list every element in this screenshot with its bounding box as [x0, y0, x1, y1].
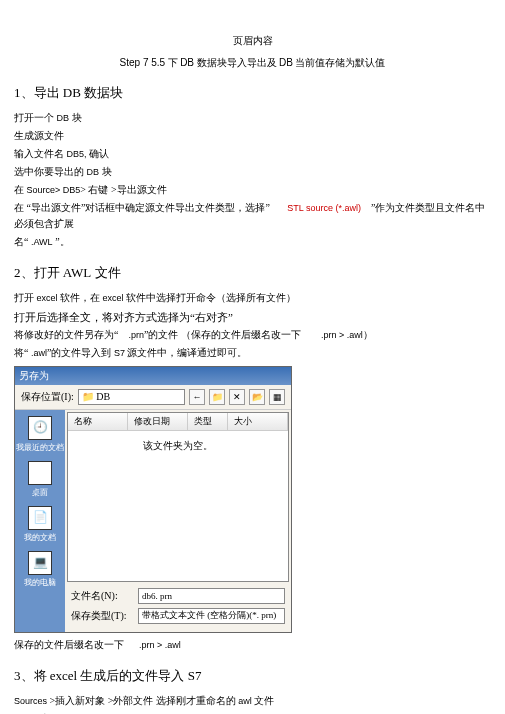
sec3-n: 3、将 [14, 668, 50, 683]
places-mydocs[interactable]: 📄我的文档 [24, 506, 56, 543]
t: excel [37, 293, 58, 303]
section2-header: 2、打开 AWL 文件 [14, 264, 491, 282]
step-db2: DB [279, 57, 293, 68]
page-header: 页眉内容 [14, 34, 491, 48]
sec3-s7: S7 [188, 668, 202, 683]
filename-input[interactable]: db6. prn [138, 588, 285, 604]
places-mydocs-label: 我的文档 [24, 532, 56, 543]
dialog-top-bar: 保存位置(I): 📁 DB ← 📁 ✕ 📂 ▦ [15, 385, 291, 410]
t: .AWL [31, 237, 53, 247]
section3-header: 3、将 excel 生成后的文件导入 S7 [14, 667, 491, 685]
savetype-label: 保存类型(T): [71, 609, 133, 623]
step-mid1: 下 [165, 57, 180, 68]
t: 打开 [14, 292, 37, 303]
t: ”。 [53, 236, 70, 247]
sec1-line4: 选中你要导出的 DB 块 [14, 164, 491, 180]
t: 将“ [14, 347, 31, 358]
t: S7 [114, 348, 125, 358]
file-list[interactable]: 名称 修改日期 类型 大小 该文件夹为空。 [67, 412, 289, 582]
t: DB [57, 113, 70, 123]
t: ） [363, 329, 373, 340]
sec1-db: DB [63, 85, 81, 100]
section1-header: 1、导出 DB 数据块 [14, 84, 491, 102]
sec1-line1: 打开一个 DB 块 [14, 110, 491, 126]
t: Sources [14, 696, 47, 706]
step-prefix: Step 7 5.5 [120, 57, 166, 68]
places-desktop[interactable]: 🖥桌面 [28, 461, 52, 498]
sec1-line7: 名“ .AWL ”。 [14, 234, 491, 250]
sec2-line3: 将修改好的文件另存为“ .prn”的文件 （保存的文件后缀名改一下 .prn >… [14, 327, 491, 343]
sec2-line1: 打开 excel 软件，在 excel 软件中选择打开命令（选择所有文件） [14, 290, 491, 306]
col-date[interactable]: 修改日期 [128, 413, 188, 430]
t: Source> DB5 [27, 185, 81, 195]
t: > 右键 >导出源文件 [80, 184, 166, 195]
t: 在 [14, 184, 27, 195]
step-db1: DB [180, 57, 194, 68]
t: .prn > .awl [139, 640, 181, 650]
sec2-line2: 打开后选择全文，将对齐方式选择为“右对齐” [14, 308, 491, 327]
step-mid2: 数据块导入导出及 [194, 57, 279, 68]
t: 文件 [252, 695, 275, 706]
t: .awl [31, 348, 47, 358]
t: ”的文件 （保存的文件后缀名改一下 [144, 329, 301, 340]
empty-folder-msg: 该文件夹为空。 [68, 431, 288, 461]
sec3-m: 生成后的文件导入 [77, 668, 188, 683]
sec1-suf: 数据块 [81, 85, 123, 100]
t: 软件，在 [58, 292, 103, 303]
sec1-n: 1、导出 [14, 85, 63, 100]
t: >插入新对象 >外部文件 选择刚才重命名的 [47, 695, 238, 706]
sec2-awl: AWL [63, 265, 92, 280]
sec2-suf: 文件 [91, 265, 120, 280]
sec1-line3: 输入文件名 DB5, 确认 [14, 146, 491, 162]
col-size[interactable]: 大小 [228, 413, 288, 430]
t: 在 “导出源文件”对话框中确定源文件导出文件类型，选择” [14, 202, 270, 213]
places-mypc-label: 我的电脑 [24, 577, 56, 588]
stl-source-text: STL source (*.awl) [287, 203, 361, 213]
after-ss-line: 保存的文件后缀名改一下 .prn > .awl [14, 637, 491, 653]
places-desktop-label: 桌面 [32, 487, 48, 498]
places-recent[interactable]: 🕘我最近的文档 [16, 416, 64, 453]
dialog-bottom: 文件名(N): db6. prn 保存类型(T): 带格式文本文件 (空格分隔)… [65, 584, 291, 632]
views-icon[interactable]: ▦ [269, 389, 285, 405]
t: ”的文件导入到 [47, 347, 114, 358]
filename-label: 文件名(N): [71, 589, 133, 603]
back-icon[interactable]: ← [189, 389, 205, 405]
places-bar: 🕘我最近的文档 🖥桌面 📄我的文档 💻我的电脑 [15, 410, 65, 632]
sec2-line4: 将“ .awl”的文件导入到 S7 源文件中，编译通过即可。 [14, 345, 491, 361]
t: 确认 [87, 148, 110, 159]
delete-icon[interactable]: ✕ [229, 389, 245, 405]
sec1-line6: 在 “导出源文件”对话框中确定源文件导出文件类型，选择” STL source … [14, 200, 491, 232]
t: 选中你要导出的 [14, 166, 87, 177]
save-location-dropdown[interactable]: 📁 DB [78, 389, 185, 405]
savetype-dropdown[interactable]: 带格式文本文件 (空格分隔)(*. prn) [138, 608, 285, 624]
sec1-line5: 在 Source> DB5> 右键 >导出源文件 [14, 182, 491, 198]
save-as-dialog: 另存为 保存位置(I): 📁 DB ← 📁 ✕ 📂 ▦ 🕘我最近的文档 🖥桌面 … [14, 366, 292, 633]
col-name[interactable]: 名称 [68, 413, 128, 430]
t: excel [103, 293, 124, 303]
up-icon[interactable]: 📁 [209, 389, 225, 405]
folder-icon: 📁 [82, 391, 94, 402]
sec1-line2: 生成源文件 [14, 128, 491, 144]
t: 打开一个 [14, 112, 57, 123]
t: DB [87, 167, 100, 177]
step-suffix: 当前值存储为默认值 [293, 57, 386, 68]
sec2-n: 2、打开 [14, 265, 63, 280]
desktop-icon: 🖥 [28, 461, 52, 485]
file-list-header: 名称 修改日期 类型 大小 [68, 413, 288, 431]
recent-icon: 🕘 [28, 416, 52, 440]
col-type[interactable]: 类型 [188, 413, 228, 430]
places-mypc[interactable]: 💻我的电脑 [24, 551, 56, 588]
sec3-line1: Sources >插入新对象 >外部文件 选择刚才重命名的 awl 文件 [14, 693, 491, 709]
t: 块 [99, 166, 112, 177]
t: 输入文件名 [14, 148, 67, 159]
t: 名“ [14, 236, 31, 247]
places-recent-label: 我最近的文档 [16, 442, 64, 453]
mydocs-icon: 📄 [28, 506, 52, 530]
t: 块 [69, 112, 82, 123]
t: DB5, [67, 149, 87, 159]
save-location-value: DB [96, 391, 110, 402]
t: .prn [128, 330, 144, 340]
newfolder-icon[interactable]: 📂 [249, 389, 265, 405]
t: .prn > .awl [321, 330, 363, 340]
save-location-label: 保存位置(I): [21, 390, 74, 404]
